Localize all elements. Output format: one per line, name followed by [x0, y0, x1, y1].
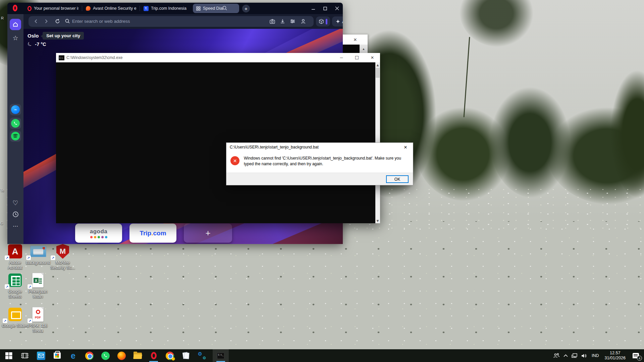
cube-icon	[319, 19, 324, 24]
snapshot-camera-icon[interactable]	[269, 18, 275, 24]
tab-label: Your personal browser is a	[34, 6, 78, 11]
cmd-close-button[interactable]: ✕	[365, 53, 380, 62]
ok-button[interactable]: OK	[386, 175, 409, 183]
address-placeholder: Enter search or web address	[72, 19, 130, 24]
lock-badge-icon	[171, 357, 175, 361]
desktop-icon-pekerjaan-iksan[interactable]: X ↗ Pekerjaan Iksan	[25, 272, 51, 299]
hidden-icon-label-sliver: G	[0, 221, 3, 225]
desktop-icon-psak-116-sewa[interactable]: PDF ↗ PSAK 116 Sewa	[25, 306, 51, 334]
tab-search-icon[interactable]	[222, 5, 227, 11]
search-icon[interactable]	[65, 18, 70, 24]
download-icon[interactable]	[280, 18, 285, 24]
reload-icon[interactable]	[55, 18, 60, 24]
browser-close-button[interactable]	[331, 3, 343, 14]
sidebar-spotify-icon[interactable]	[10, 130, 21, 142]
desktop-icon-mcafee[interactable]: M ↗ McAfee Security Sc...	[48, 243, 77, 270]
people-icon[interactable]	[551, 349, 561, 362]
tab-speed-dial-active[interactable]: Speed Dial	[193, 4, 239, 13]
shortcut-arrow-icon: ↗	[28, 318, 32, 323]
taskbar-edge[interactable]: e	[65, 349, 81, 362]
taskbar-mail[interactable]	[33, 349, 49, 362]
fragment-close-icon[interactable]: ✕	[354, 37, 357, 42]
network-icon[interactable]	[570, 349, 580, 362]
new-tab-button[interactable]: +	[242, 5, 250, 12]
scroll-up-icon[interactable]: ▲	[375, 62, 380, 67]
taskbar-cmd[interactable]: C:\_	[213, 349, 229, 362]
scrollbar-thumb[interactable]	[376, 68, 380, 78]
dialog-close-button[interactable]: ✕	[398, 143, 413, 152]
desktop-icon-google-sheets[interactable]: ↗ Google Sheets	[2, 272, 28, 299]
chrome-profile-icon	[166, 352, 174, 360]
time: 12.57	[610, 351, 620, 356]
moon-icon: ☾	[26, 40, 34, 48]
aria-ai-button[interactable]: AI	[332, 16, 343, 26]
sidebar-messenger-icon[interactable]	[10, 104, 21, 115]
acrobat-icon: A	[8, 244, 22, 258]
tune-filters-icon[interactable]	[290, 18, 296, 24]
dialog-title-bar[interactable]: C:\Users\USER\.tenjo\start_tenjo_backgro…	[226, 143, 413, 152]
browser-minimize-button[interactable]	[308, 3, 319, 14]
weather-widget[interactable]: Oslo Set up your city ☾ -7 °C	[28, 33, 46, 47]
taskbar-gears-utility[interactable]: ⚙ ⚙	[194, 349, 210, 362]
volume-icon[interactable]	[580, 349, 589, 362]
action-center-button[interactable]: 4	[629, 349, 643, 362]
desktop-screen: R Te G A ↗ Adobe Acrobat ↗ backgraound M…	[0, 0, 644, 362]
sidebar-bookmarks-icon[interactable]: ☆	[10, 32, 21, 44]
task-view-button[interactable]	[17, 349, 33, 362]
fragment-content	[343, 45, 360, 53]
opera-menu-icon[interactable]	[13, 5, 17, 11]
sidebar-history-icon[interactable]	[10, 208, 21, 220]
sidebar-more-icon[interactable]: ⋯	[10, 221, 21, 232]
back-icon[interactable]	[33, 18, 39, 24]
date: 31/01/2026	[604, 356, 626, 361]
whatsapp-icon	[101, 352, 110, 360]
wallet-extension-pill[interactable]	[316, 16, 330, 26]
language-indicator[interactable]: IND	[589, 349, 602, 362]
windows-logo-icon	[5, 352, 12, 359]
tab-tripcom[interactable]: T. Trip.com Indonesia - Pena	[140, 3, 191, 14]
scroll-down-icon[interactable]: ▼	[375, 218, 380, 223]
tray-overflow-chevron-icon[interactable]	[561, 349, 570, 362]
fragment-scroll-up-icon[interactable]: ▲	[360, 45, 368, 53]
opera-sidebar: ☆ ♡ ⋯	[7, 14, 23, 244]
taskbar-chrome[interactable]	[81, 349, 97, 362]
tab-label: Speed Dial	[203, 6, 223, 11]
taskbar-opera[interactable]	[146, 349, 162, 362]
cmd-title-bar[interactable]: C:\ C:\Windows\system32\cmd.exe ─ ☐ ✕	[56, 53, 380, 62]
clock[interactable]: 12.57 31/01/2026	[601, 349, 629, 362]
shortcut-arrow-icon: ↗	[5, 255, 9, 260]
documents-icon	[182, 352, 190, 360]
start-button[interactable]	[1, 349, 17, 362]
weather-setup-tooltip[interactable]: Set up your city	[43, 32, 84, 40]
taskbar-file-explorer[interactable]	[129, 349, 146, 362]
taskbar-chrome-profile[interactable]	[162, 349, 178, 362]
tab-avast-security[interactable]: Avast Online Security exte	[83, 3, 140, 14]
address-bar[interactable]: Enter search or web address	[29, 16, 314, 27]
hidden-icon-label-sliver: Te	[0, 188, 4, 192]
cmd-maximize-button[interactable]: ☐	[349, 53, 365, 62]
taskbar-documents[interactable]	[178, 349, 194, 362]
cmd-minimize-button[interactable]: ─	[334, 53, 349, 62]
speed-dial-tile-agoda[interactable]: agoda	[75, 224, 122, 243]
taskbar-microsoft-store[interactable]	[49, 349, 65, 362]
forward-icon[interactable]	[43, 18, 49, 24]
profile-icon[interactable]	[300, 18, 306, 24]
agoda-logo: agoda	[90, 228, 108, 235]
speed-dial-tile-tripcom[interactable]: Trip.com	[129, 224, 176, 243]
pdf-file-icon: PDF	[32, 307, 44, 322]
pdf-glyph: PDF	[33, 316, 43, 319]
sidebar-home-button[interactable]	[10, 19, 21, 30]
taskbar-whatsapp[interactable]	[97, 349, 113, 362]
shortcut-arrow-icon: ↗	[26, 255, 31, 260]
browser-maximize-button[interactable]	[319, 3, 331, 14]
hidden-icon-label-sliver: R	[1, 16, 4, 20]
taskbar-firefox[interactable]	[113, 349, 129, 362]
sidebar-likes-icon[interactable]: ♡	[10, 197, 21, 208]
speed-dial-add-tile[interactable]: +	[184, 224, 232, 243]
excel-file-icon: X	[32, 273, 44, 288]
tab-personal-browser[interactable]: Your personal browser is a	[24, 3, 82, 14]
dialog-message: Windows cannot find 'C:\Users\USER\.tenj…	[244, 156, 401, 167]
sidebar-whatsapp-icon[interactable]	[10, 118, 21, 129]
sidebar-indicator-bar	[326, 19, 327, 24]
shortcut-arrow-icon: ↗	[51, 255, 55, 260]
